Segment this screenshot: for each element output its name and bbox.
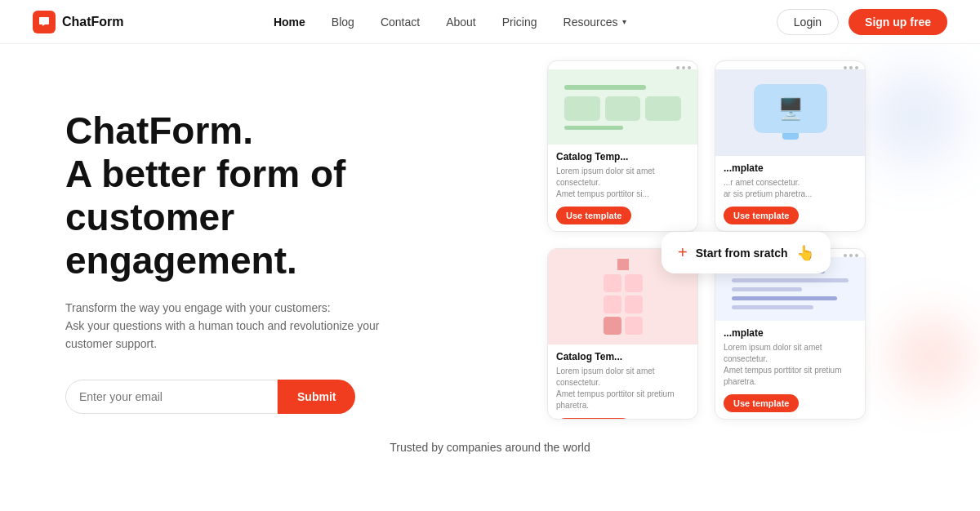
nav-resources[interactable]: Resources ▾ [564,16,627,29]
card-desc-4: Lorem ipsum dolor sit amet consectetur.A… [724,342,857,388]
hero-subtitle: Transform the way you engage with your c… [65,299,457,353]
email-input[interactable] [65,380,278,414]
card-menu-dots-1 [548,61,697,69]
brand-name: ChatForm [62,15,124,29]
card-info-3: Catalog Tem... Lorem ipsum dolor sit ame… [548,344,697,420]
card-title-4: ...mplate [724,327,857,339]
start-scratch-label: Start from sratch [696,247,788,260]
navbar: ChatForm Home Blog Contact About Pricing… [0,0,980,44]
plus-icon: + [678,243,688,262]
use-template-btn-2[interactable]: Use template [724,207,799,224]
card-preview-2: 🖥️ [715,69,865,156]
hero-title: ChatForm. A better form of customer enga… [65,109,457,282]
card-title-3: Catalog Tem... [556,351,689,362]
card-info-1: Catalog Temp... Lorem ipsum dolor sit am… [548,144,697,231]
chevron-down-icon: ▾ [622,17,626,26]
card-info-2: ...mplate ...r amet consectetur.ar sis p… [715,156,865,231]
start-from-scratch-bubble[interactable]: + Start from sratch 👆 [662,232,831,273]
template-card-1: Catalog Temp... Lorem ipsum dolor sit am… [547,60,698,232]
nav-actions: Login Sign up free [777,9,947,35]
logo[interactable]: ChatForm [33,11,124,33]
use-template-btn-1[interactable]: Use template [556,207,631,224]
templates-area: Catalog Temp... Lorem ipsum dolor sit am… [523,44,980,462]
card-desc-1: Lorem ipsum dolor sit amet consectetur.A… [556,166,689,200]
nav-links: Home Blog Contact About Pricing Resource… [274,16,627,29]
use-template-btn-3[interactable]: Use template [556,418,631,420]
signup-button[interactable]: Sign up free [849,9,947,35]
card-title-1: Catalog Temp... [556,151,689,162]
submit-button[interactable]: Submit [278,380,355,414]
template-card-2: 🖥️ ...mplate ...r amet consectetur.ar si… [715,60,866,232]
nav-home[interactable]: Home [274,16,305,29]
login-button[interactable]: Login [777,9,839,35]
card-preview-1 [548,69,697,144]
template-card-3: Catalog Tem... Lorem ipsum dolor sit ame… [547,248,698,420]
nav-about[interactable]: About [446,16,476,29]
card-title-2: ...mplate [724,162,857,174]
card-menu-dots-2 [715,61,865,69]
blur-decoration-1 [866,69,964,167]
cursor-icon: 👆 [796,244,814,262]
card-desc-3: Lorem ipsum dolor sit amet consectetur.A… [556,366,689,411]
hero-section: ChatForm. A better form of customer enga… [0,44,980,462]
nav-blog[interactable]: Blog [332,16,354,29]
hero-content: ChatForm. A better form of customer enga… [65,93,457,414]
nav-contact[interactable]: Contact [381,16,420,29]
card-info-4: ...mplate Lorem ipsum dolor sit amet con… [715,321,865,419]
blur-decoration-2 [890,315,972,397]
use-template-btn-4[interactable]: Use template [724,394,799,412]
nav-pricing[interactable]: Pricing [502,16,537,29]
logo-icon [33,11,56,33]
hero-form: Submit [65,380,457,414]
trusted-text: Trusted by companies around the world [390,424,590,454]
template-card-4: ...mplate Lorem ipsum dolor sit amet con… [715,248,866,420]
card-desc-2: ...r amet consectetur.ar sis pretium pha… [724,177,857,200]
